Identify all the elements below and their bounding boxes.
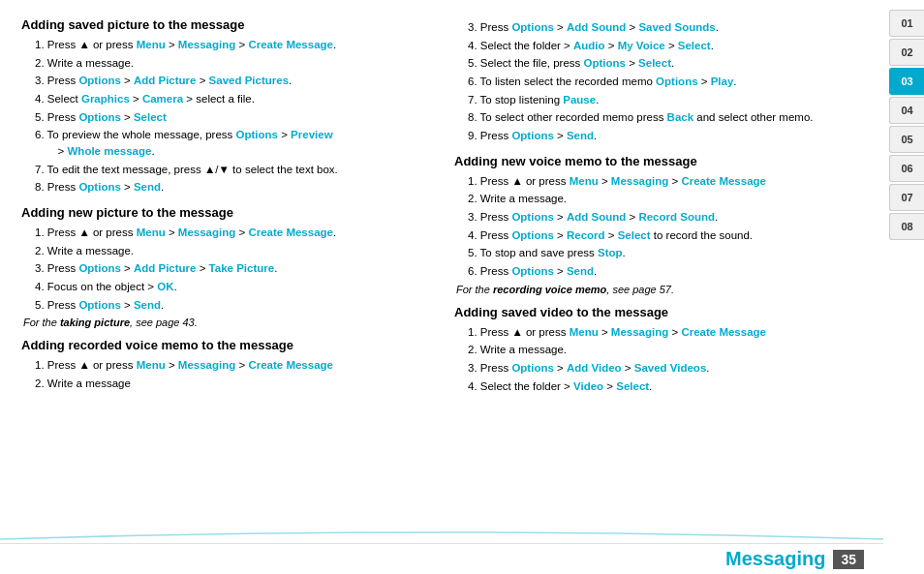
- page-container: Adding saved picture to the message 1. P…: [0, 0, 924, 574]
- footer-brand: Messaging: [725, 548, 825, 570]
- sidebar-tab-04[interactable]: 04: [889, 97, 924, 124]
- sidebar-tab-01[interactable]: 01: [889, 10, 924, 37]
- list-item: 3. Press Options > Add Picture > Saved P…: [35, 73, 435, 89]
- sidebar-tab-02[interactable]: 02: [889, 39, 924, 66]
- list-item: 6. To listen select the recorded memo Op…: [468, 74, 868, 90]
- section4-steps: 1. Press ▲ or press Menu > Messaging > C…: [454, 173, 868, 280]
- list-item: 7. To stop listening Pause.: [468, 92, 868, 108]
- list-item: 4. Focus on the object > OK.: [35, 279, 435, 295]
- sidebar-tab-07[interactable]: 07: [889, 184, 924, 211]
- list-item: 1. Press ▲ or press Menu > Messaging > C…: [468, 324, 868, 341]
- main-content: Adding saved picture to the message 1. P…: [0, 0, 883, 574]
- list-item: 4. Press Options > Record > Select to re…: [468, 227, 868, 244]
- sidebar-tab-08[interactable]: 08: [889, 213, 924, 240]
- left-column: Adding saved picture to the message 1. P…: [21, 17, 435, 560]
- footer-page: 35: [833, 550, 864, 569]
- section4-note: For the recording voice memo, see page 5…: [454, 284, 868, 295]
- list-item: 5. To stop and save press Stop.: [468, 245, 868, 261]
- list-item: 1. Press ▲ or press Menu > Messaging > C…: [35, 357, 435, 374]
- sidebar-tab-03[interactable]: 03: [889, 68, 924, 95]
- list-item: 8. Press Options > Send.: [35, 179, 435, 196]
- list-item: 4. Select the folder > Audio > My Voice …: [468, 38, 868, 54]
- list-item: 2. Write a message.: [35, 55, 435, 72]
- list-item: 8. To select other recorded memo press B…: [468, 109, 868, 126]
- section2-steps: 1. Press ▲ or press Menu > Messaging > C…: [21, 225, 435, 313]
- list-item: 2. Write a message: [35, 376, 435, 392]
- list-item: 5. Select the file, press Options > Sele…: [468, 55, 868, 72]
- list-item: 3. Press Options > Add Picture > Take Pi…: [35, 260, 435, 277]
- sidebar-tab-06[interactable]: 06: [889, 155, 924, 182]
- list-item: 3. Press Options > Add Sound > Record So…: [468, 209, 868, 226]
- list-item: 1. Press ▲ or press Menu > Messaging > C…: [35, 37, 435, 53]
- list-item: 6. To preview the whole message, press O…: [35, 127, 435, 159]
- list-item: 4. Select the folder > Video > Select.: [468, 378, 868, 395]
- list-item: 2. Write a message.: [35, 243, 435, 259]
- section5-steps: 1. Press ▲ or press Menu > Messaging > C…: [454, 324, 868, 395]
- list-item: 3. Press Options > Add Video > Saved Vid…: [468, 360, 868, 377]
- right-column: 3. Press Options > Add Sound > Saved Sou…: [454, 17, 868, 560]
- section2-note: For the taking picture, see page 43.: [21, 317, 435, 328]
- section3-steps: 1. Press ▲ or press Menu > Messaging > C…: [21, 357, 435, 391]
- section1-steps: 1. Press ▲ or press Menu > Messaging > C…: [21, 37, 435, 196]
- sidebar: 01 02 03 04 05 06 07 08: [883, 0, 924, 574]
- list-item: 2. Write a message.: [468, 191, 868, 207]
- list-item: 2. Write a message.: [468, 342, 868, 358]
- footer-bar: Messaging 35: [0, 543, 883, 574]
- list-item: 7. To edit the text message, press ▲/▼ t…: [35, 162, 435, 178]
- list-item: 4. Select Graphics > Camera > select a f…: [35, 91, 435, 107]
- curve-decoration: [0, 526, 883, 543]
- sidebar-tab-05[interactable]: 05: [889, 126, 924, 153]
- list-item: 6. Press Options > Send.: [468, 263, 868, 280]
- list-item: 1. Press ▲ or press Menu > Messaging > C…: [35, 225, 435, 241]
- list-item: 9. Press Options > Send.: [468, 128, 868, 144]
- list-item: 1. Press ▲ or press Menu > Messaging > C…: [468, 173, 868, 190]
- list-item: 5. Press Options > Select: [35, 109, 435, 126]
- section3-title: Adding recorded voice memo to the messag…: [21, 338, 435, 352]
- section3-continued-steps: 3. Press Options > Add Sound > Saved Sou…: [454, 17, 868, 144]
- list-item: 5. Press Options > Send.: [35, 297, 435, 314]
- list-item: 3. Press Options > Add Sound > Saved Sou…: [468, 19, 868, 36]
- section5-title: Adding saved video to the message: [454, 305, 868, 319]
- section2-title: Adding new picture to the message: [21, 205, 435, 220]
- section4-title: Adding new voice memo to the message: [454, 154, 868, 168]
- section1-title: Adding saved picture to the message: [21, 17, 435, 32]
